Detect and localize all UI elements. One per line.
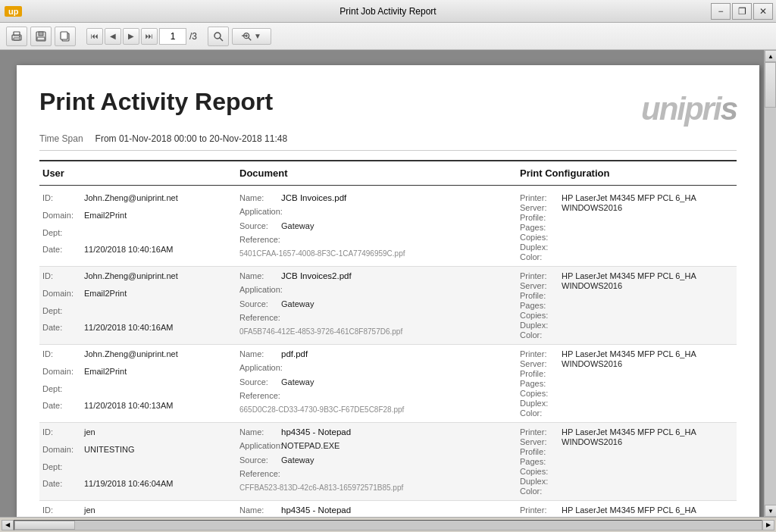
print-config-cell: Printer:HP LaserJet M4345 MFP PCL 6_HA S… bbox=[517, 427, 737, 496]
page-total: /3 bbox=[189, 31, 197, 42]
document-cell: Name:hp4345 - Notepad Application:NOTEPA… bbox=[236, 427, 517, 496]
navigation-controls: ⏮ ◀ ▶ ⏭ /3 bbox=[86, 28, 197, 45]
restore-button[interactable]: ❐ bbox=[732, 3, 752, 20]
document-cell: Name:JCB Invoices.pdf Application: Sourc… bbox=[236, 193, 517, 261]
next-page-button[interactable]: ▶ bbox=[123, 28, 139, 45]
time-span-value: From 01-Nov-2018 00:00 to 20-Nov-2018 11… bbox=[95, 133, 287, 144]
toolbar: ⏮ ◀ ▶ ⏭ /3 ▼ bbox=[0, 23, 776, 50]
close-button[interactable]: ✕ bbox=[753, 3, 773, 20]
svg-line-10 bbox=[220, 38, 223, 41]
user-cell: ID:John.Zheng@uniprint.net Domain:Email2… bbox=[39, 193, 236, 261]
prev-page-button[interactable]: ◀ bbox=[105, 28, 121, 45]
scroll-down-button[interactable]: ▼ bbox=[765, 505, 776, 517]
user-cell: ID:jen Domain:UNITESTING Dept: Date:11/1… bbox=[39, 505, 236, 517]
last-page-button[interactable]: ⏭ bbox=[141, 28, 158, 45]
svg-rect-2 bbox=[14, 38, 20, 40]
report-title: Print Activity Report bbox=[39, 88, 273, 116]
table-row: ID:John.Zheng@uniprint.net Domain:Email2… bbox=[39, 345, 737, 423]
print-button[interactable] bbox=[6, 27, 27, 46]
minimize-button[interactable]: − bbox=[711, 3, 731, 20]
print-config-cell: Printer:HP LaserJet M4345 MFP PCL 6_HA S… bbox=[517, 349, 737, 418]
svg-point-9 bbox=[214, 33, 221, 39]
horizontal-scrollbar[interactable]: ◀ ▶ bbox=[0, 517, 776, 532]
app-logo: up bbox=[5, 6, 22, 17]
title-bar: up Print Job Activity Report − ❐ ✕ bbox=[0, 0, 776, 23]
table-row: ID:jen Domain:UNITESTING Dept: Date:11/1… bbox=[39, 423, 737, 501]
time-span-label: Time Span bbox=[39, 133, 83, 144]
scroll-track[interactable] bbox=[765, 62, 776, 505]
content-area[interactable]: Print Activity Report unipris Time Span … bbox=[0, 50, 776, 517]
user-cell: ID:jen Domain:UNITESTING Dept: Date:11/1… bbox=[39, 427, 236, 496]
table-row: ID:John.Zheng@uniprint.net Domain:Email2… bbox=[39, 189, 737, 267]
h-scroll-track[interactable] bbox=[14, 520, 762, 530]
company-logo: unipris bbox=[641, 91, 737, 127]
scroll-right-button[interactable]: ▶ bbox=[762, 520, 774, 530]
svg-point-3 bbox=[19, 36, 20, 37]
scroll-left-button[interactable]: ◀ bbox=[2, 520, 14, 530]
window-controls: − ❐ ✕ bbox=[711, 3, 773, 20]
svg-rect-6 bbox=[37, 37, 45, 40]
header-document: Document bbox=[236, 166, 517, 180]
header-user: User bbox=[39, 166, 236, 180]
document-cell: Name:pdf.pdf Application: Source:Gateway… bbox=[236, 349, 517, 418]
h-scroll-thumb[interactable] bbox=[14, 521, 75, 530]
print-config-cell: Printer:HP LaserJet M4345 MFP PCL 6_HA S… bbox=[517, 193, 737, 261]
user-cell: ID:John.Zheng@uniprint.net Domain:Email2… bbox=[39, 271, 236, 340]
table-row: ID:John.Zheng@uniprint.net Domain:Email2… bbox=[39, 267, 737, 345]
svg-rect-5 bbox=[39, 32, 43, 36]
svg-rect-8 bbox=[61, 32, 67, 39]
print-config-cell: Printer:HP LaserJet M4345 MFP PCL 6_HA S… bbox=[517, 505, 737, 517]
window-title: Print Job Activity Report bbox=[340, 6, 436, 17]
copy-button[interactable] bbox=[55, 27, 76, 46]
svg-line-12 bbox=[249, 37, 252, 40]
header-print-config: Print Configuration bbox=[517, 166, 737, 180]
table-row: ID:jen Domain:UNITESTING Dept: Date:11/1… bbox=[39, 501, 737, 517]
vertical-scrollbar[interactable]: ▲ ▼ bbox=[764, 50, 776, 517]
zoom-dropdown-icon: ▼ bbox=[254, 32, 261, 40]
table-body: ID:John.Zheng@uniprint.net Domain:Email2… bbox=[39, 189, 737, 517]
scroll-thumb[interactable] bbox=[765, 62, 776, 108]
document-cell: Name:JCB Invoices2.pdf Application: Sour… bbox=[236, 271, 517, 340]
document-cell: Name:hp4345 - Notepad Application:NOTEPA… bbox=[236, 505, 517, 517]
zoom-button[interactable]: ▼ bbox=[232, 28, 271, 45]
document-page: Print Activity Report unipris Time Span … bbox=[17, 65, 759, 517]
first-page-button[interactable]: ⏮ bbox=[86, 28, 103, 45]
time-span-row: Time Span From 01-Nov-2018 00:00 to 20-N… bbox=[39, 133, 737, 151]
save-button[interactable] bbox=[30, 27, 52, 46]
report-header: Print Activity Report unipris bbox=[39, 88, 737, 127]
page-number-input[interactable] bbox=[159, 28, 186, 45]
scroll-up-button[interactable]: ▲ bbox=[765, 50, 776, 62]
table-header: User Document Print Configuration bbox=[39, 160, 737, 186]
print-config-cell: Printer:HP LaserJet M4345 MFP PCL 6_HA S… bbox=[517, 271, 737, 340]
user-cell: ID:John.Zheng@uniprint.net Domain:Email2… bbox=[39, 349, 236, 418]
find-button[interactable] bbox=[208, 27, 229, 46]
